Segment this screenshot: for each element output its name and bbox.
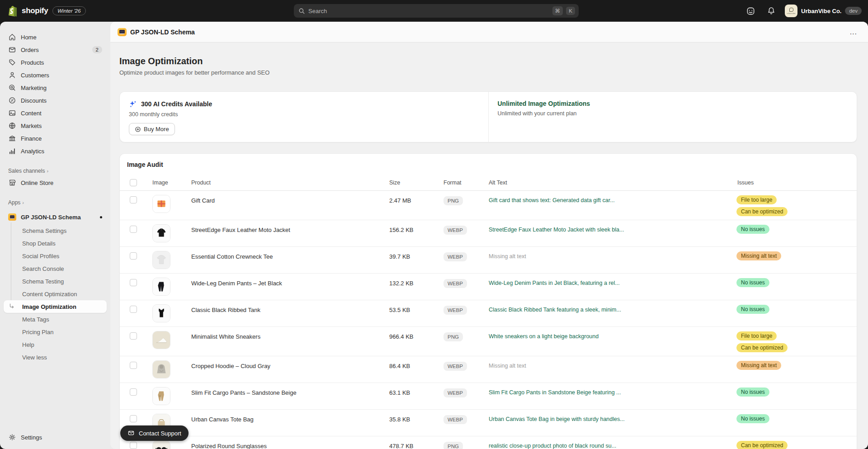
audit-table: ImageProductSizeFormatAlt TextIssuesGift… bbox=[120, 175, 857, 449]
issue-badge: Can be optimized bbox=[736, 441, 788, 449]
orders-count-badge: 2 bbox=[92, 46, 102, 53]
sidebar-subitem-pricing-plan[interactable]: Pricing Plan bbox=[4, 326, 107, 338]
row-checkbox[interactable] bbox=[130, 196, 137, 203]
sidebar-item-online-store[interactable]: Online Store bbox=[4, 176, 107, 189]
row-checkbox[interactable] bbox=[130, 279, 137, 286]
sidebar-subitem-content-optimization[interactable]: Content Optimization bbox=[4, 288, 107, 300]
row-checkbox[interactable] bbox=[130, 306, 137, 313]
overflow-menu-button[interactable]: ... bbox=[846, 26, 861, 38]
table-row: Slim Fit Cargo Pants – Sandstone Beige63… bbox=[120, 383, 857, 410]
alt-text-link[interactable]: StreetEdge Faux Leather Moto Jacket with… bbox=[489, 227, 624, 233]
sidebar-item-home[interactable]: Home bbox=[4, 31, 107, 43]
row-checkbox[interactable] bbox=[130, 388, 137, 396]
row-checkbox[interactable] bbox=[130, 252, 137, 260]
sidebar-item-content[interactable]: Content bbox=[4, 107, 107, 119]
issue-badge: No issues bbox=[736, 388, 769, 397]
image-audit-card: Image Audit ImageProductSizeFormatAlt Te… bbox=[119, 153, 857, 449]
select-all-checkbox[interactable] bbox=[130, 179, 137, 186]
main-panel: GP JSON-LD Schema ... Image Optimization… bbox=[110, 22, 868, 449]
product-thumbnail-tee bbox=[152, 251, 170, 269]
row-checkbox[interactable] bbox=[130, 332, 137, 340]
sidebar-item-settings[interactable]: Settings bbox=[4, 431, 107, 444]
sidebar-subitem-view-less[interactable]: View less bbox=[4, 351, 107, 364]
issue-badge: No issues bbox=[736, 278, 769, 287]
product-name: Cropped Hoodie – Cloud Gray bbox=[184, 356, 382, 369]
sidebar-item-label: Content bbox=[21, 110, 102, 117]
sidebar-item-label: Customers bbox=[21, 72, 102, 79]
issue-badge: No issues bbox=[736, 414, 769, 423]
sidebar-item-products[interactable]: Products bbox=[4, 56, 107, 69]
alt-text-link[interactable]: White sneakers on a light beige backgrou… bbox=[489, 333, 599, 340]
issue-badge: Missing alt text bbox=[736, 361, 781, 370]
sidebar-item-label: Home bbox=[21, 34, 102, 41]
sidebar-item-discounts[interactable]: Discounts bbox=[4, 94, 107, 107]
sidebar-item-gp-json-ld-schema[interactable]: GP JSON-LD Schema bbox=[4, 211, 107, 223]
notifications-bell-icon[interactable] bbox=[764, 4, 778, 18]
chevron-right-icon: › bbox=[22, 200, 24, 205]
row-checkbox[interactable] bbox=[130, 415, 137, 422]
store-switcher[interactable]: urbanvibe UrbanVibe Co. dev bbox=[785, 5, 862, 17]
sidebar: HomeOrders2ProductsCustomersMarketingDis… bbox=[0, 22, 110, 449]
file-size: 132.2 KB bbox=[382, 274, 436, 287]
dev-badge: dev bbox=[845, 7, 862, 15]
product-name: Wide-Leg Denim Pants – Jet Black bbox=[184, 274, 382, 287]
sidebar-item-finance[interactable]: Finance bbox=[4, 132, 107, 145]
row-checkbox[interactable] bbox=[130, 442, 137, 449]
sidebar-subitem-image-optimization[interactable]: Image Optimization bbox=[4, 300, 107, 313]
alt-text-link[interactable]: Classic Black Ribbed Tank featuring a sl… bbox=[489, 307, 621, 313]
format-badge: WEBP bbox=[443, 362, 467, 371]
issue-badge: Missing alt text bbox=[736, 251, 781, 260]
issue-badge: Can be optimized bbox=[736, 343, 788, 352]
sidebar-subitem-schema-testing[interactable]: Schema Testing bbox=[4, 275, 107, 288]
sidebar-item-marketing[interactable]: Marketing bbox=[4, 81, 107, 94]
apps-section[interactable]: Apps› bbox=[4, 197, 107, 208]
sidekick-icon[interactable] bbox=[743, 4, 758, 18]
contact-support-button[interactable]: Contact Support bbox=[120, 425, 189, 441]
alt-text-link[interactable]: Urban Canvas Tote Bag in beige with stur… bbox=[489, 416, 625, 422]
release-badge[interactable]: Winter '26 bbox=[52, 6, 85, 15]
format-badge: PNG bbox=[443, 332, 463, 341]
table-row: Minimalist White Sneakers966.4 KBPNGWhit… bbox=[120, 327, 857, 356]
product-thumbnail-gift bbox=[152, 195, 170, 213]
product-name: Slim Fit Cargo Pants – Sandstone Beige bbox=[184, 383, 382, 396]
app-title: GP JSON-LD Schema bbox=[130, 28, 195, 36]
issue-badge: No issues bbox=[736, 305, 769, 314]
sidebar-item-markets[interactable]: Markets bbox=[4, 119, 107, 132]
sidebar-item-label: Analytics bbox=[21, 148, 102, 155]
column-header-issues: Issues bbox=[730, 180, 857, 186]
chevron-right-icon: › bbox=[47, 168, 48, 174]
sidebar-subitem-search-console[interactable]: Search Console bbox=[4, 262, 107, 275]
sidebar-subitem-schema-settings[interactable]: Schema Settings bbox=[4, 224, 107, 237]
row-checkbox[interactable] bbox=[130, 362, 137, 369]
sidebar-subitem-meta-tags[interactable]: Meta Tags bbox=[4, 313, 107, 326]
sales-channels-section[interactable]: Sales channels› bbox=[4, 165, 107, 176]
search-input[interactable]: Search ⌘ K bbox=[294, 4, 579, 18]
alt-text-link[interactable]: Wide-Leg Denim Pants in Jet Black, featu… bbox=[489, 280, 620, 286]
alt-text-link[interactable]: Gift card that shows text: Generated dat… bbox=[489, 197, 615, 203]
file-size: 63.1 KB bbox=[382, 383, 436, 396]
subitem-label: Schema Testing bbox=[22, 278, 64, 285]
sidebar-subitem-help[interactable]: Help bbox=[4, 338, 107, 351]
sidebar-subitem-social-profiles[interactable]: Social Profiles bbox=[4, 250, 107, 262]
brand-wordmark: shopify bbox=[22, 6, 48, 15]
sidebar-item-analytics[interactable]: Analytics bbox=[4, 145, 107, 157]
sidebar-subitem-shop-details[interactable]: Shop Details bbox=[4, 237, 107, 250]
shopify-logo[interactable]: shopify bbox=[0, 5, 48, 17]
sidebar-item-customers[interactable]: Customers bbox=[4, 69, 107, 81]
alt-text-link[interactable]: realistic close-up product photo of blac… bbox=[489, 443, 616, 449]
sidebar-item-orders[interactable]: Orders2 bbox=[4, 43, 107, 56]
subitem-label: Content Optimization bbox=[22, 291, 77, 298]
buy-more-button[interactable]: Buy More bbox=[129, 123, 175, 135]
subitem-label: Search Console bbox=[22, 265, 64, 272]
subitem-label: Meta Tags bbox=[22, 316, 49, 323]
store-avatar: urbanvibe bbox=[785, 5, 797, 17]
search-placeholder: Search bbox=[308, 8, 327, 14]
alt-text-link[interactable]: Slim Fit Cargo Pants in Sandstone Beige … bbox=[489, 389, 621, 396]
file-size: 39.7 KB bbox=[382, 247, 436, 260]
product-name: StreetEdge Faux Leather Moto Jacket bbox=[184, 220, 382, 233]
sidebar-item-label: Markets bbox=[21, 123, 102, 129]
product-name: Polarized Round Sunglasses bbox=[184, 436, 382, 449]
app-icon bbox=[118, 28, 127, 36]
row-checkbox[interactable] bbox=[130, 226, 137, 233]
plus-circle-icon bbox=[135, 126, 141, 132]
